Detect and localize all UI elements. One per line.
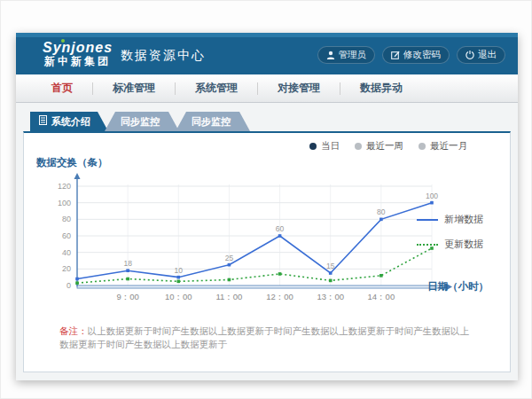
svg-text:60: 60	[276, 224, 285, 233]
screen: Synjones 新中新集团 数据资源中心 管理员 修改密码	[0, 0, 532, 399]
chart-legend: 新增数据 更新数据	[417, 213, 483, 251]
radio-today[interactable]: 当日	[309, 140, 340, 153]
radio-label: 当日	[321, 140, 340, 153]
page-title: 数据资源中心	[121, 48, 206, 64]
radio-dot	[309, 143, 317, 150]
svg-text:10：00: 10：00	[165, 292, 192, 301]
header: Synjones 新中新集团 数据资源中心 管理员 修改密码	[16, 37, 518, 74]
svg-text:80: 80	[62, 215, 71, 223]
svg-text:25: 25	[225, 254, 234, 262]
radio-dot	[355, 143, 362, 150]
footnote-prefix: 备注：	[59, 325, 88, 336]
radio-label: 最近一月	[430, 140, 467, 153]
svg-text:100: 100	[426, 192, 438, 200]
content-area: 系统介绍 同步监控 同步监控 当日 最近一周	[16, 103, 518, 372]
svg-text:0: 0	[66, 281, 71, 290]
logo-wordmark: Synjones	[43, 40, 113, 55]
legend-item-new-data[interactable]: 新增数据	[417, 213, 483, 226]
legend-item-update-data[interactable]: 更新数据	[417, 238, 483, 251]
svg-text:13：00: 13：00	[317, 292, 344, 301]
tab-bar: 系统介绍 同步监控 同步监控	[23, 112, 511, 131]
legend-label: 更新数据	[444, 238, 483, 251]
logout-label: 退出	[478, 49, 497, 61]
main-nav: 首页 标准管理 系统管理 对接管理 数据异动	[16, 74, 518, 103]
nav-item-home[interactable]: 首页	[32, 81, 92, 96]
document-icon	[39, 112, 47, 131]
svg-text:12：00: 12：00	[266, 292, 293, 301]
svg-text:80: 80	[377, 207, 386, 216]
svg-text:20: 20	[62, 264, 71, 273]
y-axis-title: 数据交换（条）	[36, 156, 108, 169]
nav-item-standard-mgmt[interactable]: 标准管理	[93, 81, 175, 96]
time-range-filters: 当日 最近一周 最近一月	[309, 140, 467, 153]
svg-text:60: 60	[62, 231, 71, 240]
company-logo: Synjones 新中新集团	[43, 40, 113, 67]
logo-subtext: 新中新集团	[43, 55, 113, 67]
svg-text:11：00: 11：00	[215, 292, 242, 301]
user-icon	[326, 51, 335, 59]
svg-text:15: 15	[326, 262, 335, 270]
app-window: Synjones 新中新集团 数据资源中心 管理员 修改密码	[16, 33, 518, 380]
dotted-line-swatch	[417, 244, 438, 246]
radio-last-month[interactable]: 最近一月	[419, 140, 467, 153]
tab-sync-monitor-1[interactable]: 同步监控	[105, 112, 179, 131]
svg-text:9：00: 9：00	[116, 292, 138, 301]
logout-button[interactable]: 退出	[457, 46, 505, 64]
solid-line-swatch	[417, 219, 438, 221]
legend-label: 新增数据	[444, 213, 483, 226]
chart-panel: 当日 最近一周 最近一月 数据交换（条） 0204060801001209：00…	[23, 131, 511, 372]
svg-text:14：00: 14：00	[368, 292, 395, 301]
nav-item-system-mgmt[interactable]: 系统管理	[176, 81, 257, 96]
svg-text:120: 120	[58, 182, 71, 191]
tab-sync-monitor-2[interactable]: 同步监控	[176, 112, 250, 131]
svg-text:18: 18	[123, 259, 132, 268]
footnote-text: 以上数据更新于时间产生数据以上数据更新于时间产生数据以上数据更新于时间产生数据以…	[59, 325, 469, 349]
svg-text:100: 100	[58, 199, 71, 207]
svg-text:10: 10	[175, 266, 184, 275]
exchange-chart: 0204060801001209：0010：0011：0012：0013：001…	[40, 172, 458, 310]
logo-text: Synjones	[43, 40, 113, 55]
x-axis-title: 日期（小时）	[427, 280, 489, 293]
radio-label: 最近一周	[366, 140, 403, 153]
user-button-label: 管理员	[339, 49, 367, 61]
change-password-button[interactable]: 修改密码	[382, 46, 450, 64]
header-buttons: 管理员 修改密码 退出	[317, 46, 506, 64]
power-icon	[466, 51, 474, 59]
nav-item-data-change[interactable]: 数据异动	[340, 81, 422, 96]
tab-label: 系统介绍	[51, 112, 90, 131]
user-button[interactable]: 管理员	[317, 46, 376, 64]
chart-container: 0204060801001209：0010：0011：0012：0013：001…	[40, 172, 458, 314]
tab-system-intro[interactable]: 系统介绍	[30, 112, 108, 131]
nav-item-interface-mgmt[interactable]: 对接管理	[258, 81, 340, 96]
edit-icon	[391, 51, 400, 59]
change-password-label: 修改密码	[403, 49, 441, 61]
logo-accent-dot	[61, 39, 65, 43]
svg-text:40: 40	[62, 248, 71, 257]
radio-last-week[interactable]: 最近一周	[355, 140, 403, 153]
radio-dot	[419, 143, 426, 150]
footnote: 备注：以上数据更新于时间产生数据以上数据更新于时间产生数据以上数据更新于时间产生…	[59, 325, 476, 351]
